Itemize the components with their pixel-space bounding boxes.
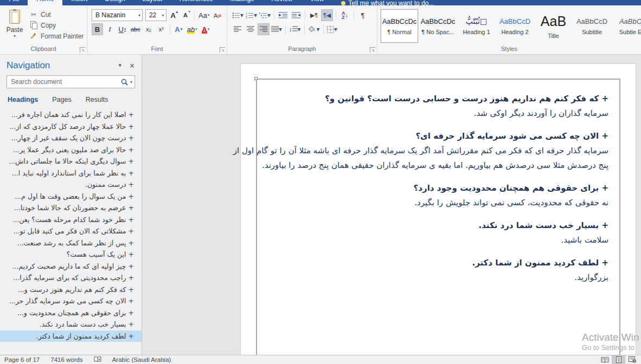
- web-layout-button[interactable]: [625, 355, 639, 364]
- nav-heading-item[interactable]: + حالا برای صد ملیون یعنی دیگر عملا پر..…: [0, 144, 142, 156]
- align-right-button[interactable]: [258, 23, 270, 35]
- paste-label: Paste: [7, 26, 23, 34]
- line-spacing-button[interactable]: ↕ ▾: [289, 23, 302, 35]
- font-name-combo[interactable]: B Nazanin ▾: [92, 9, 143, 21]
- justify-button[interactable]: ▾: [271, 23, 283, 35]
- paste-dropdown-arrow[interactable]: ▾: [14, 34, 16, 38]
- shading-button[interactable]: ▾: [307, 23, 320, 35]
- paragraph-dialog-launcher[interactable]: ↘: [370, 47, 375, 53]
- nav-heading-item[interactable]: + حالا عملا چهار درصد کل کارمزدی که از..…: [0, 121, 142, 133]
- tab-insert[interactable]: Insert: [62, 0, 96, 5]
- nav-heading-item[interactable]: + که فکر کنم هم نداریم هنوز درست و...: [0, 284, 142, 296]
- bold-button[interactable]: B: [92, 23, 103, 35]
- sort-button[interactable]: AZ ↓: [339, 9, 351, 21]
- underline-button[interactable]: U▾: [117, 23, 128, 35]
- style--normal[interactable]: AaBbCcDc¶ Normal: [381, 9, 418, 43]
- search-document-input[interactable]: Search document ▾: [7, 75, 135, 88]
- font-dialog-launcher[interactable]: ↘: [220, 47, 225, 53]
- word-count-indicator[interactable]: 7416 words: [50, 356, 82, 363]
- nav-tab-headings[interactable]: Headings: [8, 96, 38, 103]
- decrease-indent-button[interactable]: [277, 9, 289, 21]
- style-title[interactable]: AaBTitle: [535, 9, 572, 43]
- copy-button[interactable]: Copy: [27, 20, 86, 30]
- tab-home[interactable]: Home: [28, 0, 62, 5]
- highlight-color-button[interactable]: ab▾: [185, 23, 199, 35]
- document-page[interactable]: + که فکر کنم هم نداریم هنوز درست و حسابی…: [240, 63, 636, 355]
- search-options-arrow[interactable]: ▾: [130, 80, 132, 84]
- nav-heading-item[interactable]: + الان چه کسی می شود سرمایه گذار حر...: [0, 295, 142, 307]
- style--no-spac-[interactable]: AaBbCcDc¶ No Spac...: [419, 9, 457, 43]
- ltr-direction-button[interactable]: ▶¶: [308, 9, 320, 21]
- tab-view[interactable]: View: [302, 0, 333, 5]
- borders-button[interactable]: ▾: [326, 23, 338, 35]
- tab-design[interactable]: Design: [96, 0, 133, 5]
- change-case-button[interactable]: Aa▾: [197, 9, 211, 21]
- tab-review[interactable]: Review: [262, 0, 301, 5]
- text-effects-button[interactable]: A▾: [173, 23, 184, 35]
- doc-heading: + الان چه کسی می شود سرمایه گذار حرفه ای…: [268, 129, 608, 144]
- nav-heading-item[interactable]: + من یک سوال را بعضی وقت ها اول م...: [0, 191, 142, 203]
- nav-heading-item[interactable]: + لطف کردید ممنون از شما دکتر.: [0, 330, 142, 342]
- nav-heading-item[interactable]: + مشکلاتی که الان فکر می کنید قابل تو...: [0, 225, 142, 237]
- nav-tab-results[interactable]: Results: [86, 96, 108, 103]
- shrink-font-button[interactable]: A▼: [180, 9, 191, 21]
- nav-tab-pages[interactable]: Pages: [52, 96, 71, 103]
- nav-heading-item[interactable]: + راجب محدودیتی که برای سرمایه گذرا...: [0, 272, 142, 284]
- style-preview: AaB: [541, 14, 566, 29]
- nav-heading-item[interactable]: + درست ممنون.: [0, 179, 142, 191]
- numbering-button[interactable]: 123 ▾: [245, 9, 258, 21]
- navigation-pane-options-arrow[interactable]: ▾: [119, 62, 122, 70]
- strikethrough-button[interactable]: abc: [129, 23, 142, 35]
- tab-file[interactable]: File: [0, 0, 28, 5]
- language-indicator[interactable]: Arabic (Saudi Arabia): [112, 356, 171, 363]
- paste-button[interactable]: Paste ▾: [2, 7, 27, 45]
- style-subtitle[interactable]: AaBbCcDSubtitle: [573, 9, 611, 43]
- nav-heading-item[interactable]: + به نظر شما برای استاندارد اولیه نباید …: [0, 167, 142, 179]
- cut-button[interactable]: ✂ Cut: [27, 9, 86, 20]
- print-layout-button[interactable]: [612, 355, 625, 364]
- nav-heading-item[interactable]: + عرضم به حضورتان که حالا شما خودتا...: [0, 202, 142, 214]
- style-preview: AaBbCcDc: [421, 17, 456, 25]
- tab-mailings[interactable]: Mailings: [221, 0, 262, 5]
- nav-heading-item[interactable]: + پس از نظر شما کمک به رشد صنعت...: [0, 237, 142, 249]
- nav-heading-item[interactable]: + این یک آسیب هست؟: [0, 249, 142, 261]
- show-marks-button[interactable]: ¶: [357, 9, 369, 21]
- nav-heading-item[interactable]: + نظر خود شما کدام مرحله هست؟ یعن...: [0, 214, 142, 226]
- tab-references[interactable]: References: [171, 0, 221, 5]
- bullets-button[interactable]: ▾: [232, 9, 244, 21]
- nav-heading-item[interactable]: + بسیار خب دست شما درد نکند.: [0, 318, 142, 330]
- nav-heading-item[interactable]: + سوال دیگری اینکه حالا ما جلساتی داش...: [0, 155, 142, 167]
- nav-heading-item[interactable]: + اصلا این کار را نمی کند همان اجاره فر.…: [0, 109, 142, 121]
- format-painter-button[interactable]: Format Painter: [27, 31, 86, 41]
- clipboard-group: Paste ▾ ✂ Cut Copy Format Painter: [0, 5, 87, 54]
- tell-me-box[interactable]: Tell me what you want to do...: [341, 0, 434, 5]
- grow-font-button[interactable]: A▲: [168, 9, 179, 21]
- style-heading-1[interactable]: ثُبّتّپُّ□Heading 1: [458, 9, 495, 43]
- nav-heading-item[interactable]: + درست چون الان یک سقف غیر از چهار...: [0, 132, 142, 144]
- font-size-combo[interactable]: 22 ▾: [145, 9, 166, 21]
- search-icon[interactable]: [121, 79, 128, 86]
- clear-formatting-button[interactable]: A: [212, 9, 223, 21]
- italic-button[interactable]: I: [104, 23, 116, 35]
- clipboard-dialog-launcher[interactable]: ↘: [80, 47, 85, 53]
- page-number-indicator[interactable]: Page 6 of 17: [4, 356, 40, 363]
- proofing-error-icon[interactable]: [94, 356, 101, 363]
- superscript-button[interactable]: x²: [156, 23, 167, 35]
- navigation-pane-close-icon[interactable]: ✕: [129, 62, 135, 70]
- style-heading-2[interactable]: AaBbCcDHeading 2: [496, 9, 534, 43]
- align-center-button[interactable]: [245, 23, 257, 35]
- multilevel-list-button[interactable]: ▾: [259, 9, 271, 21]
- font-name-value: B Nazanin: [95, 11, 125, 19]
- subscript-button[interactable]: x₂: [143, 23, 155, 35]
- tab-layout[interactable]: Layout: [134, 0, 171, 5]
- nav-heading-item[interactable]: + چیز اولیه ای که ما داریم صحبت کردیم...: [0, 261, 142, 272]
- read-mode-button[interactable]: [598, 355, 612, 364]
- eraser-icon: A: [214, 12, 222, 19]
- rtl-direction-button[interactable]: ¶◀: [321, 9, 333, 21]
- style-subtle-e[interactable]: AaBbCSubtle E: [612, 9, 641, 43]
- increase-indent-button[interactable]: [290, 9, 302, 21]
- nav-heading-item[interactable]: + برای حقوقی هم همچنان محدودیت و...: [0, 307, 142, 319]
- align-left-button[interactable]: [232, 23, 243, 35]
- document-content[interactable]: + که فکر کنم هم نداریم هنوز درست و حسابی…: [241, 64, 636, 355]
- font-color-button[interactable]: A▾: [200, 23, 211, 35]
